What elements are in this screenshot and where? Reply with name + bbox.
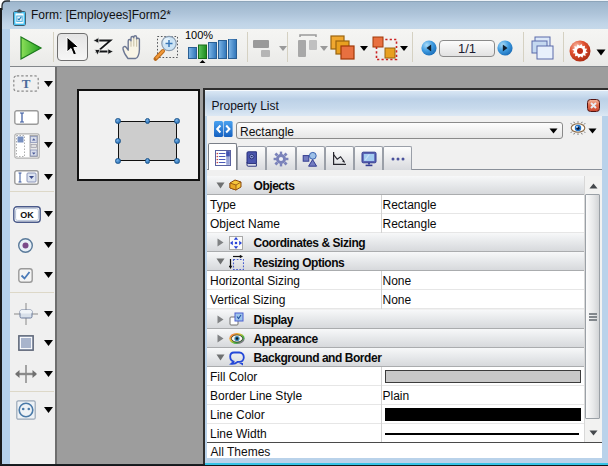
svg-text:T: T — [22, 76, 31, 91]
svg-text:OK: OK — [20, 210, 34, 220]
